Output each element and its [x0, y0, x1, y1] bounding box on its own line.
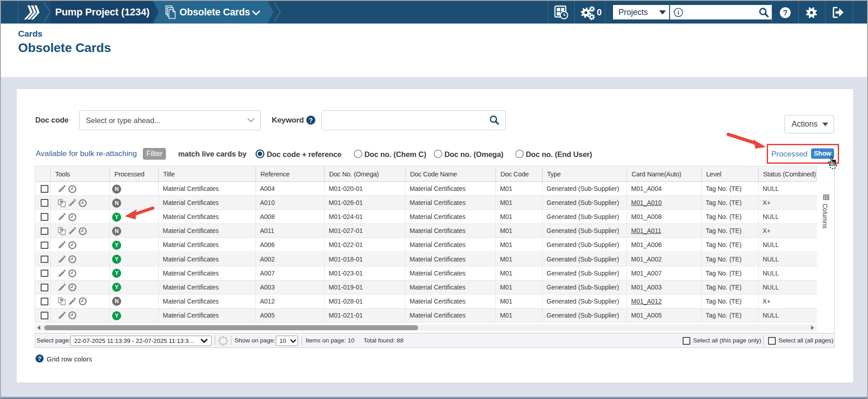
svg-text:?: ? [38, 355, 42, 362]
svg-text:?: ? [783, 9, 788, 17]
svg-text:i: i [678, 9, 679, 16]
svg-text:?: ? [309, 117, 313, 124]
